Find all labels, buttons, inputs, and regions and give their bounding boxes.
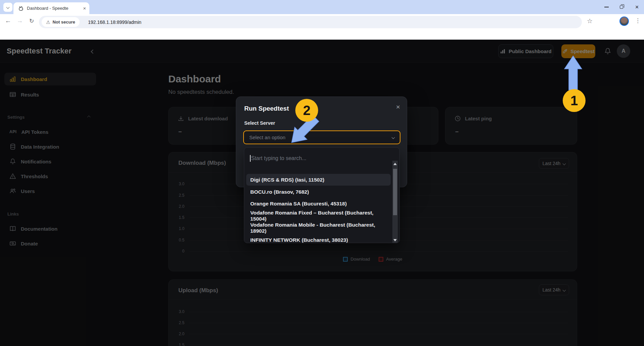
server-option[interactable]: Orange Romania SA (Bucuresti, 45318)	[246, 198, 391, 209]
browser-tab-strip: Dashboard - Speedte × ×	[0, 0, 644, 14]
chevron-down-icon	[6, 6, 10, 9]
scrollbar-thumb[interactable]	[393, 169, 397, 215]
tab-close-icon[interactable]: ×	[83, 6, 86, 11]
window-restore-button[interactable]	[615, 0, 628, 14]
select-placeholder: Select an option	[249, 134, 286, 140]
server-option[interactable]: INFINITY NETWORK (Bucharest, 38023)	[246, 234, 391, 243]
forward-button[interactable]: →	[14, 15, 25, 26]
step-number: 2	[303, 103, 310, 118]
server-option[interactable]: BOCU.ro (Brasov, 7682)	[246, 186, 391, 198]
url-text: 192.168.1.18:8999/admin	[88, 16, 141, 28]
select-server-label: Select Server	[244, 120, 275, 126]
chevron-down-icon	[392, 136, 395, 139]
modal-title: Run Speedtest	[244, 105, 289, 112]
text-caret	[250, 155, 251, 162]
server-search-input[interactable]: Start typing to search...	[250, 155, 306, 162]
site-favicon	[18, 5, 24, 11]
scroll-up-icon[interactable]	[393, 163, 397, 165]
scroll-down-icon[interactable]	[393, 239, 397, 241]
modal-close-icon[interactable]: ×	[396, 103, 400, 111]
browser-menu-icon[interactable]: ⋮	[635, 17, 641, 24]
minimize-icon	[604, 7, 609, 7]
server-select[interactable]: Select an option	[243, 130, 400, 144]
server-dropdown: Start typing to search... Closest server…	[244, 147, 400, 243]
browser-tab[interactable]: Dashboard - Speedte ×	[13, 2, 89, 14]
back-button[interactable]: ←	[3, 15, 13, 26]
bookmark-star-icon[interactable]: ☆	[587, 17, 593, 25]
tab-title: Dashboard - Speedte	[27, 6, 78, 11]
browser-toolbar: ← → ↻ ⚠ Not secure 192.168.1.18:8999/adm…	[0, 14, 644, 40]
step-number: 1	[570, 93, 578, 108]
reload-button[interactable]: ↻	[26, 15, 37, 26]
search-placeholder: Start typing to search...	[251, 155, 307, 161]
restore-icon	[620, 5, 623, 9]
not-secure-chip[interactable]: ⚠ Not secure	[42, 17, 80, 27]
server-option[interactable]: Digi (RCS & RDS) (Iasi, 11502)	[246, 174, 391, 186]
browser-profile-avatar[interactable]	[619, 16, 629, 26]
annotation-step-2: 2	[295, 99, 318, 122]
tab-search-button[interactable]	[3, 3, 12, 12]
window-close-button[interactable]: ×	[630, 0, 644, 14]
annotation-step-1: 1	[563, 89, 586, 112]
not-secure-label: Not secure	[53, 20, 75, 25]
server-option[interactable]: Vodafone Romania Fixed – Bucharest (Buch…	[246, 210, 391, 222]
server-option[interactable]: Vodafone Romania Mobile - Bucharest (Buc…	[246, 222, 391, 234]
address-bar[interactable]: ⚠ Not secure 192.168.1.18:8999/admin	[39, 16, 582, 28]
window-minimize-button[interactable]	[600, 0, 613, 14]
warning-icon: ⚠	[46, 20, 50, 25]
dropdown-scrollbar[interactable]	[392, 161, 398, 243]
